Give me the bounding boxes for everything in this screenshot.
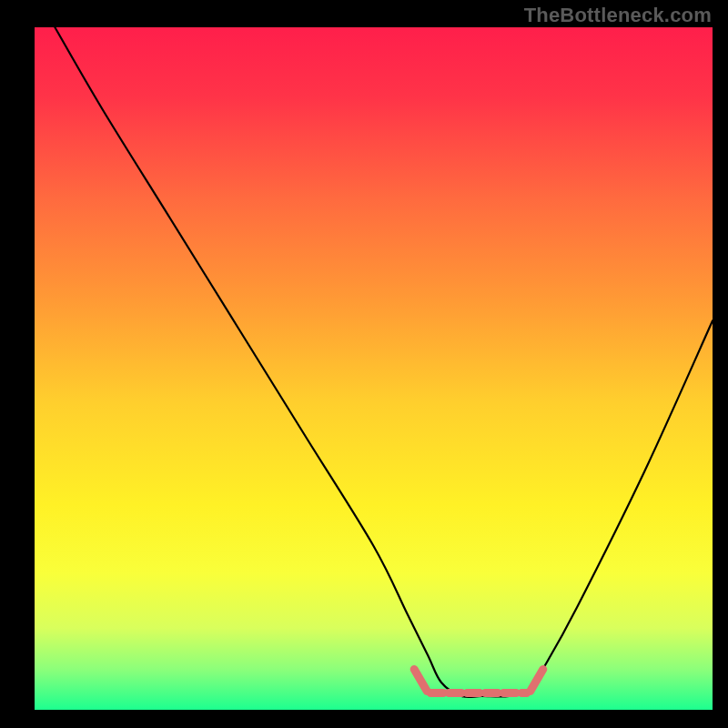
chart-frame: TheBottleneck.com [0,0,728,728]
watermark-text: TheBottleneck.com [524,4,712,27]
gradient-background [35,27,713,710]
bottleneck-chart [0,0,728,728]
